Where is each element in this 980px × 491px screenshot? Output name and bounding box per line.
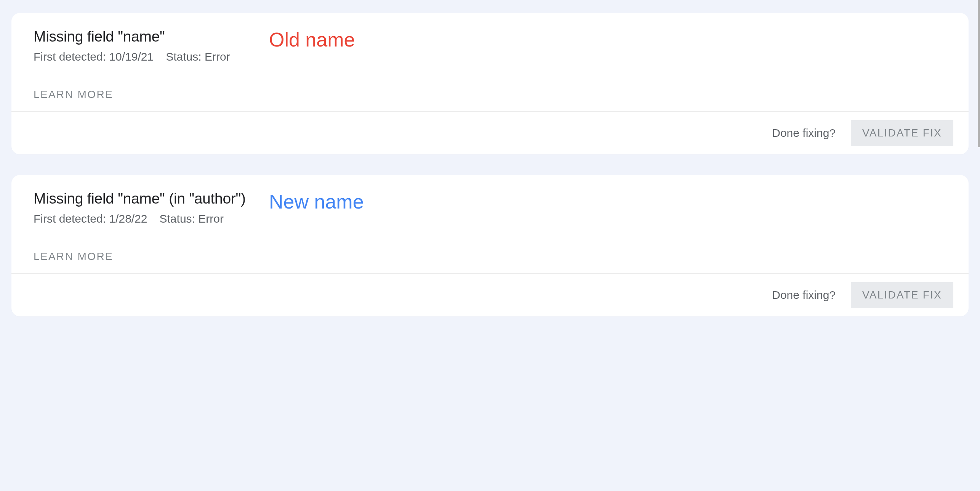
learn-more-link[interactable]: LEARN MORE [34,88,113,101]
meta-row: First detected: 10/19/21 Status: Error [34,50,969,63]
scrollbar[interactable] [978,0,980,147]
done-fixing-label: Done fixing? [772,127,836,140]
annotation-old-name: Old name [269,28,355,51]
learn-more-link[interactable]: LEARN MORE [34,250,113,263]
status: Status: Error [160,212,224,225]
first-detected: First detected: 1/28/22 [34,212,147,225]
issue-card-new: Missing field "name" (in "author") First… [11,175,969,316]
first-detected: First detected: 10/19/21 [34,50,154,63]
done-fixing-label: Done fixing? [772,289,836,302]
meta-row: First detected: 1/28/22 Status: Error [34,212,969,225]
issue-card-old: Missing field "name" First detected: 10/… [11,13,969,154]
status: Status: Error [166,50,230,63]
validate-fix-button[interactable]: VALIDATE FIX [851,282,953,308]
card-top: Missing field "name" First detected: 10/… [11,13,969,111]
card-footer: Done fixing? VALIDATE FIX [11,274,969,316]
annotation-new-name: New name [269,190,364,213]
issue-title: Missing field "name" (in "author") [34,190,969,207]
issue-title: Missing field "name" [34,28,969,45]
validate-fix-button[interactable]: VALIDATE FIX [851,120,953,146]
card-top: Missing field "name" (in "author") First… [11,175,969,273]
card-footer: Done fixing? VALIDATE FIX [11,112,969,154]
